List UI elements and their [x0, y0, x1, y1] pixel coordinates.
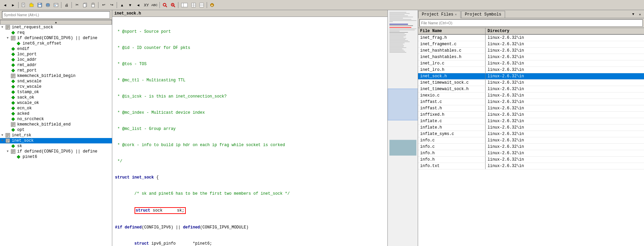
svg-marker-66 — [11, 128, 15, 132]
toolbar-btn-14[interactable] — [180, 1, 189, 9]
file-row[interactable]: inet_timewait_sock.clinux-2.6.32\in — [418, 80, 644, 86]
file-dir-cell: linux-2.6.32\in — [486, 92, 644, 99]
file-name-cell: inflate.c — [418, 118, 486, 124]
toolbar-btn-12[interactable] — [161, 1, 169, 9]
file-row[interactable]: inet_lro.clinux-2.6.32\in — [418, 60, 644, 67]
file-row[interactable]: inet_frag.hlinux-2.6.32\in — [418, 35, 644, 41]
minimap[interactable] — [388, 10, 418, 246]
tree-item[interactable]: ▼inet_request_sock — [0, 25, 112, 30]
cut-button[interactable]: ✂ — [73, 1, 81, 9]
tree-item[interactable]: kmemcheck_bitfield_begin — [0, 73, 112, 79]
tree-expand-icon[interactable]: ▼ — [1, 139, 5, 142]
tree-item[interactable]: kmemcheck_bitfield_end — [0, 122, 112, 127]
forward-button[interactable]: ► — [9, 1, 17, 9]
tab-project-files-close[interactable]: ✕ — [455, 12, 457, 17]
file-row[interactable]: inet_fragment.clinux-2.6.32\in — [418, 41, 644, 48]
tree-item[interactable]: ▼inet_sock — [0, 138, 112, 143]
tree-expand-icon[interactable]: ▼ — [7, 150, 10, 153]
file-row[interactable]: inflate_syms.clinux-2.6.32\in — [418, 131, 644, 137]
save-db-button[interactable] — [44, 1, 52, 9]
back-button[interactable]: ◄ — [1, 1, 9, 9]
properties-button[interactable] — [52, 1, 60, 9]
tree-item[interactable]: loc_addr — [0, 57, 112, 62]
file-row[interactable]: info.hlinux-2.6.32\in — [418, 150, 644, 157]
tree-item[interactable]: ▼if defined(CONFIG_IPV6) || define — [0, 35, 112, 41]
file-row[interactable]: inet_timewait_sock.hlinux-2.6.32\in — [418, 86, 644, 92]
toolbar-btn-15[interactable] — [190, 1, 197, 9]
file-row[interactable]: inet_hashtables.hlinux-2.6.32\in — [418, 54, 644, 60]
tree-item[interactable]: endif — [0, 46, 112, 52]
tree-item[interactable]: tstamp_ok — [0, 89, 112, 95]
file-row[interactable]: info.clinux-2.6.32\in — [418, 144, 644, 150]
tree-item[interactable]: inet6_rsk_offset — [0, 41, 112, 46]
toolbar-btn-7[interactable]: ▲ — [118, 1, 126, 9]
file-rows-container: inet_frag.hlinux-2.6.32\ininet_fragment.… — [418, 35, 644, 169]
file-table[interactable]: File Name Directory inet_frag.hlinux-2.6… — [418, 28, 644, 246]
right-panel-search — [418, 18, 644, 28]
tree-item[interactable]: sack_ok — [0, 95, 112, 100]
tab-project-files[interactable]: Project Files ✕ — [418, 11, 461, 18]
main-content: ▲ ▼inet_request_sockreq▼if defined(CONFI… — [0, 10, 644, 246]
toolbar-btn-17[interactable]: R — [208, 1, 216, 9]
file-name-cell: inet_lro.c — [418, 60, 486, 66]
save-button[interactable] — [36, 1, 43, 9]
tree-scroll-up[interactable]: ▲ — [0, 20, 112, 25]
tree-item[interactable]: pinet6 — [0, 154, 112, 160]
redo-button[interactable]: ↪ — [108, 1, 115, 9]
file-row[interactable]: inffixed.hlinux-2.6.32\in — [418, 112, 644, 118]
undo-button[interactable]: ↩ — [100, 1, 107, 9]
file-row[interactable]: info.txtlinux-2.6.32\in — [418, 163, 644, 169]
toolbar-btn-8[interactable]: ▼ — [126, 1, 134, 9]
open-button[interactable] — [28, 1, 35, 9]
svg-rect-26 — [181, 3, 187, 7]
close-all-tabs-button[interactable]: ✕ — [637, 12, 643, 17]
file-row[interactable]: inet_sock.hlinux-2.6.32\in — [418, 73, 644, 80]
new-file-button[interactable] — [20, 1, 27, 9]
toolbar-btn-16[interactable] — [198, 1, 205, 9]
print-button[interactable]: 🖨 — [63, 1, 70, 9]
tree-item[interactable]: sk — [0, 143, 112, 149]
tree-item[interactable]: loc_port — [0, 52, 112, 57]
file-row[interactable]: inexio.clinux-2.6.32\in — [418, 92, 644, 99]
symbol-search-input[interactable] — [2, 11, 110, 19]
file-row[interactable]: inet_hashtables.clinux-2.6.32\in — [418, 48, 644, 54]
file-row[interactable]: inflate.hlinux-2.6.32\in — [418, 125, 644, 131]
tree-item[interactable]: opt — [0, 127, 112, 133]
file-row[interactable]: inffast.clinux-2.6.32\in — [418, 99, 644, 105]
tree-item[interactable]: ▼inet_rsk — [0, 133, 112, 138]
paste-button[interactable] — [89, 1, 97, 9]
file-row[interactable]: inflate.clinux-2.6.32\in — [418, 118, 644, 125]
toolbar-btn-10[interactable]: XY — [143, 1, 150, 9]
tab-project-symbols[interactable]: Project Symbols — [461, 11, 505, 18]
toolbar-btn-11[interactable]: ABC — [151, 1, 158, 9]
tab-dropdown-button[interactable]: ▼ — [631, 12, 636, 17]
tree-item[interactable]: ecn_ok — [0, 106, 112, 111]
field-icon — [11, 95, 16, 100]
svg-line-21 — [166, 6, 167, 7]
file-search-input[interactable] — [419, 19, 643, 27]
tree-item[interactable]: wscale_ok — [0, 100, 112, 106]
file-row[interactable]: info.hlinux-2.6.32\in — [418, 157, 644, 163]
file-row[interactable]: inet_lro.hlinux-2.6.32\in — [418, 67, 644, 73]
file-row[interactable]: info.clinux-2.6.32\in — [418, 137, 644, 144]
tree-expand-icon[interactable]: ▼ — [1, 26, 5, 29]
svg-rect-17 — [83, 4, 86, 7]
tree-item[interactable]: ▼if defined(CONFIG_IPV6) || define — [0, 149, 112, 154]
copy-button[interactable] — [81, 1, 89, 9]
tree-item[interactable]: rmt_addr — [0, 62, 112, 68]
file-row[interactable]: inffast.hlinux-2.6.32\in — [418, 105, 644, 112]
tree-item[interactable]: req — [0, 30, 112, 35]
toolbar-btn-9[interactable]: ◄ — [135, 1, 142, 9]
tree-item[interactable]: rcv_wscale — [0, 84, 112, 89]
tree-item[interactable]: rmt_port — [0, 68, 112, 73]
toolbar-btn-13[interactable] — [169, 1, 177, 9]
tree-item[interactable]: acked — [0, 111, 112, 116]
tree-expand-icon[interactable]: ▼ — [1, 134, 5, 137]
svg-marker-55 — [11, 85, 15, 88]
svg-rect-89 — [389, 20, 416, 21]
tree-expand-icon[interactable]: ▼ — [7, 36, 10, 40]
code-content[interactable]: * @sport - Source port * @id - ID counte… — [112, 17, 387, 246]
tree-item[interactable]: snd_wscale — [0, 79, 112, 84]
svg-rect-13 — [54, 3, 58, 7]
tree-item[interactable]: no_srccheck — [0, 116, 112, 122]
